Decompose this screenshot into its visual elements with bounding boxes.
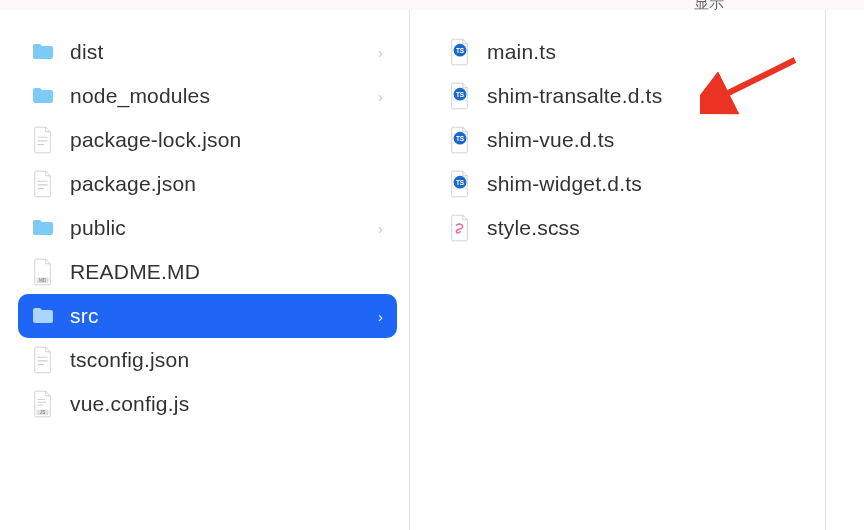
file-icon: TS bbox=[445, 169, 475, 199]
folder-icon bbox=[29, 40, 57, 64]
folder-icon bbox=[28, 301, 58, 331]
file-item[interactable]: style.scss bbox=[435, 206, 813, 250]
file-item[interactable]: TS shim-widget.d.ts bbox=[435, 162, 813, 206]
file-item[interactable]: package-lock.json bbox=[18, 118, 397, 162]
ts-file-icon: TS bbox=[449, 82, 471, 110]
file-item[interactable]: package.json bbox=[18, 162, 397, 206]
scss-file-icon bbox=[449, 214, 471, 242]
item-label: package.json bbox=[70, 172, 387, 196]
item-label: shim-transalte.d.ts bbox=[487, 84, 803, 108]
item-label: main.ts bbox=[487, 40, 803, 64]
file-icon: JS bbox=[28, 389, 58, 419]
item-label: public bbox=[70, 216, 378, 240]
item-label: README.MD bbox=[70, 260, 387, 284]
file-item[interactable]: TS main.ts bbox=[435, 30, 813, 74]
svg-text:TS: TS bbox=[456, 179, 465, 186]
ts-file-icon: TS bbox=[449, 38, 471, 66]
file-icon: TS bbox=[445, 125, 475, 155]
item-label: shim-vue.d.ts bbox=[487, 128, 803, 152]
file-item[interactable]: MD README.MD bbox=[18, 250, 397, 294]
file-icon bbox=[28, 345, 58, 375]
file-icon: TS bbox=[445, 37, 475, 67]
item-label: node_modules bbox=[70, 84, 378, 108]
ts-file-icon: TS bbox=[449, 170, 471, 198]
toolbar: 显示 bbox=[0, 0, 864, 10]
svg-text:JS: JS bbox=[40, 410, 45, 415]
file-icon bbox=[28, 125, 58, 155]
file-icon bbox=[445, 213, 475, 243]
item-label: src bbox=[70, 304, 378, 328]
folder-item[interactable]: src› bbox=[18, 294, 397, 338]
file-icon bbox=[28, 169, 58, 199]
folder-icon bbox=[29, 304, 57, 328]
folder-icon bbox=[28, 37, 58, 67]
svg-text:TS: TS bbox=[456, 91, 465, 98]
file-icon bbox=[32, 170, 54, 198]
chevron-right-icon: › bbox=[378, 88, 383, 105]
svg-text:TS: TS bbox=[456, 135, 465, 142]
column-parent: dist› node_modules› package-lock.json pa… bbox=[0, 10, 410, 530]
column-view: dist› node_modules› package-lock.json pa… bbox=[0, 10, 864, 530]
folder-item[interactable]: node_modules› bbox=[18, 74, 397, 118]
svg-text:TS: TS bbox=[456, 47, 465, 54]
item-label: package-lock.json bbox=[70, 128, 387, 152]
file-item[interactable]: JS vue.config.js bbox=[18, 382, 397, 426]
svg-text:MD: MD bbox=[39, 278, 47, 283]
item-label: style.scss bbox=[487, 216, 803, 240]
file-icon bbox=[32, 346, 54, 374]
chevron-right-icon: › bbox=[378, 44, 383, 61]
markdown-file-icon: MD bbox=[32, 258, 54, 286]
item-label: shim-widget.d.ts bbox=[487, 172, 803, 196]
folder-icon bbox=[28, 213, 58, 243]
folder-item[interactable]: dist› bbox=[18, 30, 397, 74]
folder-icon bbox=[29, 84, 57, 108]
item-label: vue.config.js bbox=[70, 392, 387, 416]
file-icon bbox=[32, 126, 54, 154]
file-icon: MD bbox=[28, 257, 58, 287]
ts-file-icon: TS bbox=[449, 126, 471, 154]
chevron-right-icon: › bbox=[378, 220, 383, 237]
item-label: tsconfig.json bbox=[70, 348, 387, 372]
folder-icon bbox=[29, 216, 57, 240]
file-item[interactable]: TS shim-vue.d.ts bbox=[435, 118, 813, 162]
file-item[interactable]: tsconfig.json bbox=[18, 338, 397, 382]
file-item[interactable]: TS shim-transalte.d.ts bbox=[435, 74, 813, 118]
column-src: TS main.ts TS shim-transalte.d.ts TS shi… bbox=[410, 10, 826, 530]
item-label: dist bbox=[70, 40, 378, 64]
chevron-right-icon: › bbox=[378, 308, 383, 325]
js-file-icon: JS bbox=[32, 390, 54, 418]
file-icon: TS bbox=[445, 81, 475, 111]
folder-icon bbox=[28, 81, 58, 111]
folder-item[interactable]: public› bbox=[18, 206, 397, 250]
